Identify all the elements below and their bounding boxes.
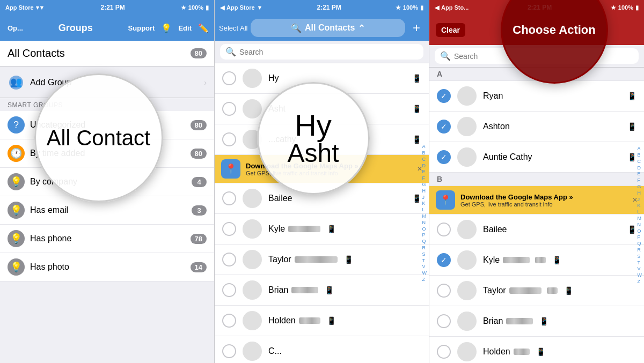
checkbox-c-2[interactable] (222, 344, 236, 358)
alpha-s-3[interactable]: S (636, 254, 643, 260)
alpha-k-2[interactable]: K (421, 201, 428, 206)
alpha-z-2[interactable]: Z (421, 277, 428, 283)
alpha-r-2[interactable]: R (421, 245, 428, 251)
alpha-t-3[interactable]: T (636, 260, 643, 266)
alpha-l-2[interactable]: L (421, 207, 428, 213)
alpha-s-2[interactable]: S (421, 251, 428, 257)
alpha-b-2[interactable]: B (421, 150, 428, 156)
checkbox-brian-2[interactable] (222, 283, 236, 297)
support-btn[interactable]: Support (126, 23, 157, 33)
contact-row-holden-2[interactable]: Holden 📱 (215, 306, 429, 336)
alpha-n-2[interactable]: N (421, 220, 428, 226)
contact-row-cathy[interactable]: ...cathy 📱 (215, 124, 429, 155)
alpha-e-3[interactable]: E (636, 171, 643, 177)
checkbox-kyle-2[interactable] (222, 222, 236, 236)
contact-row-aunticathy-3[interactable]: ✓ Auntie Cathy 📱 (429, 142, 644, 173)
checkbox-holden-2[interactable] (222, 314, 236, 328)
alpha-m-3[interactable]: M (636, 216, 643, 221)
alpha-c-3[interactable]: C (636, 159, 643, 165)
alpha-c-2[interactable]: C (421, 157, 428, 162)
search-input-wrap-3[interactable]: 🔍 (435, 48, 639, 64)
alpha-h-2[interactable]: H (421, 188, 428, 194)
alpha-o-2[interactable]: O (421, 226, 428, 232)
alpha-a-3[interactable]: A (636, 146, 643, 152)
contact-row-hy[interactable]: Hy 📱 (215, 63, 429, 94)
checkbox-ryan-3[interactable]: ✓ (437, 89, 451, 103)
search-input-2[interactable] (239, 48, 418, 56)
alpha-e-2[interactable]: E (421, 169, 428, 175)
alpha-q-2[interactable]: Q (421, 239, 428, 245)
alpha-w-3[interactable]: W (636, 272, 643, 278)
smart-row-has-phone[interactable]: 💡 Has phone 78 (0, 225, 214, 253)
checkbox-bailee-3[interactable] (437, 223, 451, 236)
smart-row-has-email[interactable]: 💡 Has email 3 (0, 196, 214, 225)
alpha-p-2[interactable]: P (421, 232, 428, 238)
select-all-btn[interactable]: Select All (219, 24, 247, 32)
contact-row-ashton-3[interactable]: ✓ Ashton 📱 (429, 112, 644, 142)
contact-row-asht[interactable]: Asht 📱 (215, 94, 429, 124)
alpha-l-3[interactable]: L (636, 209, 643, 215)
checkbox-ashton-3[interactable]: ✓ (437, 120, 451, 134)
smart-row-by-time[interactable]: 🕐 By time added 80 (0, 139, 214, 168)
all-contacts-pill[interactable]: 🔍 All Contacts ⌃ (251, 19, 405, 37)
alpha-q-3[interactable]: Q (636, 241, 643, 247)
checkbox-holden-3[interactable] (437, 345, 451, 359)
alpha-d-2[interactable]: D (421, 163, 428, 169)
clear-btn[interactable]: Clear (436, 23, 465, 37)
checkbox-aunticathy-3[interactable]: ✓ (437, 150, 451, 164)
alpha-t-2[interactable]: T (421, 258, 428, 264)
ad-banner-2[interactable]: 📍 Download the Google Maps App » Get GPS… (215, 155, 429, 183)
contact-row-holden-3[interactable]: Holden 📱 (429, 337, 644, 363)
checkbox-kyle-3[interactable]: ✓ (437, 253, 451, 267)
add-contact-btn[interactable]: + (408, 20, 425, 36)
alpha-w-2[interactable]: W (421, 270, 428, 276)
checkbox-bailee-2[interactable] (222, 191, 236, 205)
contact-row-taylor-3[interactable]: Taylor 📱 (429, 276, 644, 306)
alpha-j-2[interactable]: J (421, 195, 428, 201)
checkbox-taylor-2[interactable] (222, 253, 236, 266)
checkbox-hy[interactable] (222, 71, 236, 85)
contact-row-bailee-3[interactable]: Bailee 📱 (429, 214, 644, 245)
alpha-b-3[interactable]: B (636, 152, 643, 158)
checkbox-taylor-3[interactable] (437, 284, 451, 298)
contact-row-brian-2[interactable]: Brian 📱 (215, 275, 429, 306)
alpha-h-3[interactable]: H (636, 190, 643, 196)
contact-row-bailee-2[interactable]: Bailee 📱 (215, 183, 429, 214)
search-input-wrap-2[interactable]: 🔍 (220, 44, 423, 60)
search-input-3[interactable] (454, 52, 633, 61)
contact-row-c-2[interactable]: C... (215, 336, 429, 363)
smart-row-uncategorized[interactable]: ? Uncategorized 80 (0, 111, 214, 139)
alpha-f-3[interactable]: F (636, 177, 643, 183)
alpha-a-2[interactable]: A (421, 144, 428, 150)
alpha-p-3[interactable]: P (636, 234, 643, 240)
alpha-g-3[interactable]: G (636, 184, 643, 190)
alpha-z-3[interactable]: Z (636, 279, 643, 285)
alpha-v-2[interactable]: V (421, 264, 428, 270)
contact-row-kyle-3[interactable]: ✓ Kyle 📱 (429, 245, 644, 276)
ad-banner-3[interactable]: 📍 Download the Google Maps App » Get GPS… (429, 186, 644, 214)
avatar-ryan-3 (457, 86, 477, 106)
contact-row-ryan-3[interactable]: ✓ Ryan 📱 (429, 81, 644, 112)
alpha-d-3[interactable]: D (636, 165, 643, 171)
contact-row-taylor-2[interactable]: Taylor 📱 (215, 245, 429, 275)
alpha-f-2[interactable]: F (421, 175, 428, 181)
checkbox-cathy[interactable] (222, 132, 236, 146)
alpha-v-3[interactable]: V (636, 266, 643, 272)
alpha-k-3[interactable]: K (636, 203, 643, 209)
all-contacts-row[interactable]: All Contacts 80 (0, 41, 214, 66)
checkbox-asht[interactable] (222, 102, 236, 116)
contact-row-kyle-2[interactable]: Kyle 📱 (215, 214, 429, 245)
edit-btn[interactable]: Edit (176, 23, 194, 33)
alpha-m-2[interactable]: M (421, 213, 428, 219)
back-btn-1[interactable]: Op... (5, 23, 25, 33)
smart-row-by-company[interactable]: 💡 By company 4 (0, 168, 214, 196)
checkbox-brian-3[interactable] (437, 314, 451, 328)
alpha-g-2[interactable]: G (421, 182, 428, 188)
alpha-j-3[interactable]: J (636, 197, 643, 203)
alpha-n-3[interactable]: N (636, 222, 643, 228)
alpha-o-3[interactable]: O (636, 228, 643, 234)
contact-row-brian-3[interactable]: Brian 📱 (429, 306, 644, 337)
smart-row-has-photo[interactable]: 💡 Has photo 14 (0, 253, 214, 281)
alpha-r-3[interactable]: R (636, 247, 643, 253)
add-group-row[interactable]: 👥 Add Group › (0, 68, 214, 98)
